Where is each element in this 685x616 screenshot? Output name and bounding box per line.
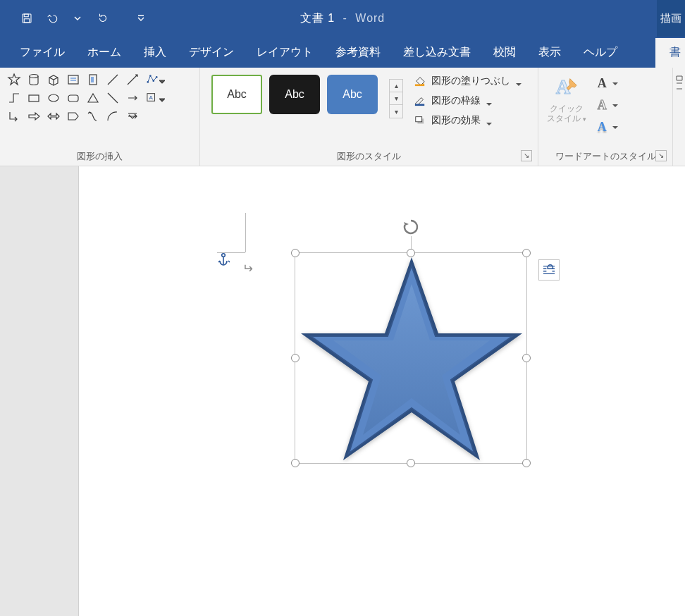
document-name: 文書 1 <box>300 12 335 24</box>
shape-cube-icon[interactable] <box>44 70 63 89</box>
text-effects-button[interactable]: A <box>592 118 621 136</box>
shape-selection-frame[interactable] <box>295 252 527 464</box>
text-outline-button[interactable]: A <box>592 97 621 114</box>
style-thumb-2[interactable]: Abc <box>269 75 320 114</box>
shape-triangle-icon[interactable] <box>83 89 103 107</box>
paint-bucket-icon <box>413 75 427 87</box>
ribbon-overflow[interactable] <box>672 68 685 166</box>
wordart-big-icon: A <box>551 73 582 102</box>
wordart-styles-launcher-icon[interactable]: ↘ <box>655 150 667 161</box>
group-wordart-styles: A クイック スタイル ▾ A A <box>538 68 672 166</box>
contextual-tab-drawing[interactable]: 描画 <box>657 0 685 37</box>
tab-view[interactable]: 表示 <box>527 38 572 68</box>
chevron-down-icon <box>516 78 522 84</box>
style-scroll-up-icon[interactable]: ▴ <box>390 80 402 92</box>
svg-point-12 <box>155 76 157 78</box>
tab-home[interactable]: ホーム <box>76 38 132 68</box>
text-fill-icon: A <box>595 76 609 91</box>
shape-oval-icon[interactable] <box>44 89 63 107</box>
tab-review[interactable]: 校閲 <box>482 38 527 68</box>
rotate-handle-icon[interactable] <box>402 218 420 236</box>
draw-textbox-button[interactable]: A <box>144 89 166 106</box>
shape-arrow-right-icon[interactable] <box>24 107 44 125</box>
shape-outline-button[interactable]: 図形の枠線 <box>410 93 524 109</box>
shape-styles-launcher-icon[interactable]: ↘ <box>521 150 532 161</box>
style-thumb-1[interactable]: Abc <box>211 75 262 114</box>
svg-rect-16 <box>415 104 424 106</box>
svg-rect-2 <box>24 19 30 23</box>
undo-button[interactable] <box>41 7 63 30</box>
quick-access-toolbar <box>0 7 152 30</box>
svg-rect-4 <box>68 75 78 84</box>
svg-rect-6 <box>29 95 39 101</box>
shape-diagline-icon[interactable] <box>103 89 123 107</box>
shape-pentagon-icon[interactable] <box>63 107 83 125</box>
shape-fill-button[interactable]: 図形の塗りつぶし <box>410 73 524 89</box>
svg-point-20 <box>222 254 226 257</box>
tab-insert[interactable]: 挿入 <box>132 38 178 68</box>
document-page[interactable]: ↵ <box>79 166 685 616</box>
layout-options-button[interactable] <box>538 259 560 281</box>
tab-layout[interactable]: レイアウト <box>245 38 324 68</box>
style-gallery-more-icon[interactable]: ▾ <box>390 105 402 118</box>
chevron-down-icon <box>486 98 492 104</box>
tab-design[interactable]: デザイン <box>178 38 245 68</box>
save-button[interactable] <box>16 7 38 30</box>
shape-style-gallery[interactable]: Abc Abc Abc ▴ ▾ ▾ <box>204 70 406 118</box>
star-shape[interactable] <box>295 253 528 464</box>
shape-flow-icon[interactable] <box>83 107 103 125</box>
anchor-icon[interactable] <box>217 252 230 269</box>
ribbon-tabs: ファイル ホーム 挿入 デザイン レイアウト 参考資料 差し込み文書 校閲 表示… <box>0 37 685 68</box>
shapes-row1-more-icon[interactable] <box>123 70 142 89</box>
svg-point-11 <box>152 80 154 82</box>
tab-mailings[interactable]: 差し込み文書 <box>392 38 482 68</box>
chevron-down-icon <box>612 100 618 111</box>
edit-shape-button[interactable] <box>144 70 166 87</box>
group-insert-shapes: A 図形の挿入 <box>0 68 200 166</box>
shape-effects-button[interactable]: 図形の効果 <box>410 113 524 128</box>
shape-arc-icon[interactable] <box>103 107 123 125</box>
qat-customize-dropdown[interactable] <box>130 7 152 30</box>
svg-text:A: A <box>149 94 153 101</box>
shape-roundrect-icon[interactable] <box>63 89 83 107</box>
shape-line-icon[interactable] <box>103 70 123 89</box>
text-fill-button[interactable]: A <box>592 75 621 92</box>
group-shape-styles: Abc Abc Abc ▴ ▾ ▾ 図形の塗りつぶし <box>200 68 538 166</box>
svg-point-7 <box>49 94 58 101</box>
shape-connector-icon[interactable] <box>4 89 24 107</box>
shapes-gallery-more-icon[interactable] <box>123 107 142 125</box>
shape-elbow-arrow-icon[interactable] <box>4 107 24 125</box>
chevron-down-icon <box>612 122 618 133</box>
svg-rect-18 <box>416 117 422 122</box>
text-effects-icon: A <box>595 120 609 135</box>
svg-rect-1 <box>24 14 28 17</box>
shape-style-commands: 図形の塗りつぶし 図形の枠線 図形の効果 <box>410 70 524 128</box>
shape-arrow-both-icon[interactable] <box>44 107 63 125</box>
tab-help[interactable]: ヘルプ <box>572 38 629 68</box>
shapes-gallery[interactable] <box>4 70 142 125</box>
shape-cylinder-icon[interactable] <box>24 70 44 89</box>
navigation-pane[interactable] <box>0 166 79 616</box>
shape-textbox-v-icon[interactable] <box>83 70 103 89</box>
group-label-insert-shapes: 図形の挿入 <box>4 149 195 164</box>
tab-references[interactable]: 参考資料 <box>324 38 392 68</box>
style-thumb-3[interactable]: Abc <box>327 75 378 114</box>
ribbon: A 図形の挿入 Abc Abc Abc ▴ ▾ ▾ <box>0 68 685 166</box>
repeat-button[interactable] <box>92 7 114 30</box>
shape-star-icon[interactable] <box>4 70 24 89</box>
tab-format[interactable]: 書 <box>655 38 685 68</box>
shapes-row2-more-icon[interactable] <box>123 89 142 107</box>
chevron-down-icon <box>612 78 618 89</box>
svg-point-3 <box>30 75 38 78</box>
shape-textbox-h-icon[interactable] <box>63 70 83 89</box>
quick-styles-button[interactable]: A クイック スタイル ▾ <box>543 70 591 124</box>
undo-dropdown[interactable] <box>66 7 89 30</box>
chevron-down-icon <box>486 118 492 123</box>
group-label-wordart-styles: ワードアートのスタイル ↘ <box>543 149 668 164</box>
svg-point-10 <box>149 75 152 77</box>
tab-file[interactable]: ファイル <box>8 38 76 68</box>
group-label-shape-styles: 図形のスタイル ↘ <box>204 149 533 164</box>
effects-icon <box>413 114 427 127</box>
style-scroll-down-icon[interactable]: ▾ <box>390 92 402 105</box>
shape-rectangle-icon[interactable] <box>24 89 44 107</box>
